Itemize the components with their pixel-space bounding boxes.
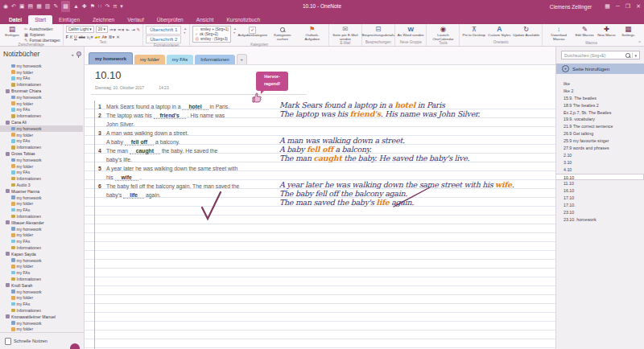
page-list-item[interactable]: 11.10 <box>556 180 644 187</box>
section-item[interactable]: Informationen <box>0 113 83 119</box>
section-item[interactable]: Informationen <box>0 81 83 88</box>
page-list-item[interactable]: 21.9 The correct sentence <box>556 123 644 130</box>
tag-item[interactable]: ☺smiley + (Strg+1) <box>195 27 229 31</box>
section-item[interactable]: my folder <box>0 326 83 331</box>
outdent-icon[interactable]: ⇤ <box>126 27 130 32</box>
page-list-item[interactable]: 15.9. The beatles <box>556 95 644 102</box>
outlook-tasks-button[interactable]: ⚑ Outlook-Aufgaben <box>299 26 326 41</box>
font-color-icon[interactable]: A▾ <box>101 35 106 39</box>
section-item[interactable]: my FAs <box>0 269 83 276</box>
ribbon-tab-verlauf[interactable]: Verlauf <box>121 15 151 25</box>
notebook-item[interactable]: Muamer Hanna <box>0 188 83 195</box>
notebook-item[interactable]: Kapan Sayda <box>0 251 83 257</box>
font-name-select[interactable]: Calibri Light ▾ <box>66 26 94 33</box>
edit-macros-button[interactable]: ✎Edit Macros <box>575 26 594 37</box>
paragraph-icon[interactable]: ≣▾ <box>109 35 114 39</box>
page-list-item[interactable]: 17.10 <box>556 195 644 202</box>
ribbon-tab-start[interactable]: Start <box>28 15 52 25</box>
tag-item[interactable]: ✓ok (Strg+2) <box>195 32 229 36</box>
styles-scrollbar[interactable]: ▲▾ <box>184 26 187 35</box>
paste-button[interactable]: ▤ Einfügen <box>2 26 22 37</box>
page-list-item[interactable]: 26.9 Get talking <box>556 130 644 138</box>
notebook-item[interactable]: Cana Ali <box>0 119 83 125</box>
page-list-item[interactable]: 23.10 <box>556 209 644 216</box>
section-item[interactable]: Informationen <box>0 244 83 251</box>
notebooks-pane-title[interactable]: Notizbücher <box>3 50 39 58</box>
ribbon-tab-einfügen[interactable]: Einfügen <box>52 15 86 25</box>
ribbon-tab-zeichnen[interactable]: Zeichnen <box>86 15 121 25</box>
section-item[interactable]: Informationen <box>0 213 83 220</box>
section-tab-my-folder[interactable]: my folder <box>134 55 165 64</box>
subscript-icon[interactable]: x₂▾ <box>87 35 93 39</box>
section-item[interactable]: my homework <box>0 157 83 163</box>
page-list-item[interactable]: 23.10. homework <box>556 216 644 224</box>
highlight-color-icon[interactable]: ▰▾ <box>94 35 100 39</box>
floating-accent-button[interactable] <box>70 343 80 349</box>
notebook-item[interactable]: Knoll Sarah <box>0 282 83 289</box>
page-list-item[interactable]: 17.10. <box>556 202 644 209</box>
page-list-item[interactable]: 25.9 my favourite singer <box>556 138 644 145</box>
style-überschrift-2[interactable]: Überschrift 2 <box>146 35 181 44</box>
strikethrough-button[interactable]: abc <box>79 35 85 39</box>
signed-in-user[interactable]: Clemens Zellinger <box>550 4 592 10</box>
section-item[interactable]: my homework <box>0 94 83 101</box>
ribbon-tab-überprüfen[interactable]: Überprüfen <box>151 15 190 25</box>
section-item[interactable]: Informationen <box>0 307 83 314</box>
page-list-item[interactable]: like 2 <box>556 88 644 95</box>
settings-button[interactable]: ▦Settings <box>618 26 638 37</box>
style-überschrift-1[interactable]: Überschrift 1 <box>146 26 181 35</box>
section-item[interactable]: my folder <box>0 69 83 76</box>
add-page-button[interactable]: + Seite hinzufügen <box>556 64 644 74</box>
section-tab-my-fas[interactable]: my FAs <box>167 55 193 64</box>
close-icon[interactable]: ✕ <box>636 3 641 9</box>
bold-button[interactable]: F <box>66 35 68 39</box>
section-tab-informationen[interactable]: Informationen <box>195 55 234 64</box>
page-list-item[interactable]: 27.9 words and phrases <box>556 145 644 152</box>
notebook-item[interactable]: Brunmair Chiara <box>0 88 83 94</box>
kopieren-button[interactable]: ▣Kopieren <box>24 32 60 37</box>
numbering-icon[interactable]: ≕▾ <box>118 27 124 32</box>
section-item[interactable]: my folder <box>0 163 83 170</box>
page-list-item[interactable]: 18.9 The beatles 2 <box>556 102 644 109</box>
section-item[interactable]: my folder <box>0 201 83 207</box>
section-item[interactable]: my FAs <box>0 238 83 244</box>
section-item[interactable]: my homework <box>0 289 83 295</box>
clear-format-icon[interactable]: ✕ <box>116 35 120 39</box>
section-item[interactable]: my FAs <box>0 138 83 145</box>
find-tags-button[interactable]: Kategorien suchen <box>269 26 296 41</box>
notebook-item[interactable]: Gross Tobias <box>0 150 83 157</box>
section-item[interactable]: my homework <box>0 125 83 132</box>
tag-item[interactable]: ☹smiley - (Strg+3) <box>195 37 229 41</box>
new-macro-button[interactable]: ✚New Macro <box>597 26 616 37</box>
download-macros-button[interactable]: ↓Download Macros <box>545 26 572 41</box>
page-list-item[interactable]: 19.9. vocabulary <box>556 116 644 123</box>
restore-icon[interactable]: ❐ <box>625 3 630 9</box>
task-category-button[interactable]: ✓ Aufgabenkategorie <box>239 26 266 37</box>
collapse-ribbon-icon[interactable]: ^ <box>638 40 641 45</box>
section-item[interactable]: my homework <box>0 320 83 326</box>
new-section-tab[interactable]: + <box>237 54 247 64</box>
italic-button[interactable]: K <box>70 35 72 39</box>
section-tab-my-homework[interactable]: my homework <box>89 52 133 64</box>
ribbon-tab-kursnotizbuch[interactable]: Kursnotizbuch <box>220 15 266 25</box>
launch-onecalendar-button[interactable]: ◉ Launch OneCalendar <box>429 26 456 41</box>
page-list-item[interactable]: 10.10 <box>556 174 644 181</box>
ribbon-tab-datei[interactable]: Datei <box>2 15 28 25</box>
pin-pane-control[interactable]: ◂ <box>71 51 80 58</box>
pen-mode-icon[interactable]: ✎ <box>137 27 141 32</box>
tags-scrollbar[interactable]: ▲▾ <box>233 26 237 35</box>
minimize-icon[interactable]: ─ <box>616 3 620 9</box>
section-item[interactable]: my FAs <box>0 107 83 113</box>
section-item[interactable]: my FAs <box>0 170 83 176</box>
section-item[interactable]: my homework <box>0 63 83 69</box>
section-item[interactable]: Informationen <box>0 144 83 150</box>
notebook-item[interactable]: Illbauer Alexander <box>0 220 83 226</box>
pin-to-desktop-button[interactable]: ⊼Pin to Desktop <box>462 26 485 37</box>
section-item[interactable]: my folder <box>0 264 83 270</box>
page-list-item[interactable]: Ex.2,p.7, 5b. The Beatles <box>556 109 644 117</box>
indent-icon[interactable]: ⇥ <box>131 27 135 32</box>
section-item[interactable]: my folder <box>0 294 83 301</box>
section-item[interactable]: my FAs <box>0 301 83 307</box>
page-list-item[interactable]: like <box>556 80 644 88</box>
page-list-item[interactable]: 4.10 <box>556 166 644 174</box>
